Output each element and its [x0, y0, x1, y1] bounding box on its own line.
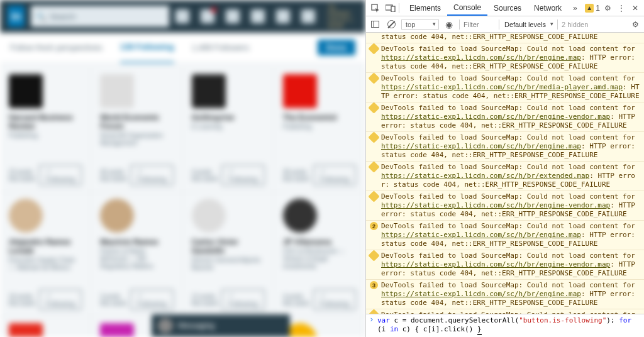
inspect-element-icon[interactable]: [369, 1, 382, 15]
console-input[interactable]: var c = document.querySelectorAll("butto…: [366, 314, 644, 337]
premium-text[interactable]: Try Premium Free for 1 Month: [328, 4, 358, 29]
live-expression-icon[interactable]: ◉: [443, 18, 455, 31]
close-devtools-icon[interactable]: ✕: [629, 4, 641, 13]
following-button[interactable]: ✓ Following: [221, 165, 264, 185]
device-toolbar-icon[interactable]: [384, 1, 397, 15]
svg-rect-2: [391, 6, 395, 12]
more-tabs-icon[interactable]: »: [569, 4, 581, 13]
avatar: [100, 74, 134, 108]
search-input[interactable]: 🔍 Search: [31, 6, 169, 27]
following-button[interactable]: ✓ Following: [130, 289, 173, 310]
linkedin-logo-icon[interactable]: in: [8, 6, 25, 27]
follow-card[interactable]: World Economic ForumNonprofit Organizati…: [91, 68, 182, 192]
messaging-label: Messaging: [178, 321, 214, 330]
follow-card[interactable]: JP VillanuevaCEO at Monteverdi — Venture…: [274, 192, 365, 317]
filter-input[interactable]: [464, 21, 495, 28]
sourcemap-url-link[interactable]: https://static-exp1.licdn.com/sc/h/br/en…: [381, 142, 581, 150]
done-button[interactable]: Done: [318, 40, 356, 55]
messaging-icon[interactable]: [251, 9, 265, 23]
search-placeholder: Search: [50, 12, 75, 21]
context-selector[interactable]: top: [401, 19, 439, 30]
network-icon[interactable]: [201, 9, 214, 23]
sourcemap-url-link[interactable]: https://static-exp1.licdn.com/sc/h/br/en…: [381, 231, 581, 239]
settings-gear-icon[interactable]: ⚙: [601, 4, 614, 13]
avatar: [283, 74, 317, 108]
console-warning-message: DevTools failed to load SourceMap: Could…: [366, 102, 644, 132]
home-icon[interactable]: [175, 9, 189, 23]
console-warning-message: DevTools failed to load SourceMap: Could…: [366, 162, 644, 191]
devtools-panel: ElementsConsoleSourcesNetwork » ▲ 1 ⚙ ⋮ …: [365, 0, 644, 337]
follow-card[interactable]: The EconomistPublishing36 posts this wee…: [274, 68, 365, 192]
sidebar-toggle-icon[interactable]: [369, 18, 381, 31]
devtools-tab-network[interactable]: Network: [528, 0, 568, 16]
log-levels-selector[interactable]: Default levels: [503, 21, 553, 28]
warning-triangle-icon: ▲: [585, 4, 594, 13]
devtools-tabbar: ElementsConsoleSourcesNetwork » ▲ 1 ⚙ ⋮ …: [366, 0, 644, 16]
avatar: [192, 199, 226, 233]
warning-badge[interactable]: ▲ 1: [585, 4, 600, 13]
sourcemap-url-link[interactable]: https://static-exp1.licdn.com/sc/h/br/en…: [381, 201, 610, 209]
console-warning-message: DevTools failed to load SourceMap: Could…: [366, 43, 644, 73]
follow-card[interactable]: GoStrayriseE-Learning4 posts this week✓ …: [183, 68, 274, 192]
warning-icon: [368, 250, 379, 261]
warning-icon: [368, 191, 379, 202]
hidden-count[interactable]: 2 hidden: [562, 21, 588, 28]
avatar: [283, 199, 317, 233]
avatar: [100, 323, 134, 337]
tab-perspectives[interactable]: Follow fresh perspectives: [10, 33, 103, 63]
follow-card[interactable]: TED: [0, 317, 91, 337]
avatar: [192, 74, 226, 108]
avatar: [9, 74, 43, 108]
jobs-icon[interactable]: [226, 9, 240, 23]
follow-card[interactable]: Mauricio RamosPartner at Baker McKenzie …: [91, 192, 182, 317]
me-icon[interactable]: [301, 9, 315, 23]
devtools-tab-elements[interactable]: Elements: [403, 0, 447, 16]
sourcemap-url-link[interactable]: https://static-exp1.licdn.com/sc/h/br/en…: [381, 260, 610, 268]
devtools-tab-sources[interactable]: Sources: [487, 0, 528, 16]
following-button[interactable]: ✓ Following: [39, 289, 82, 310]
svg-rect-3: [371, 21, 379, 28]
console-warning-message: DevTools failed to load SourceMap: Could…: [366, 250, 644, 280]
avatar: [158, 318, 173, 333]
follow-card[interactable]: Carlos Victor GandolfoDirector General A…: [183, 192, 274, 317]
devtools-tab-console[interactable]: Console: [447, 0, 487, 16]
sourcemap-url-link[interactable]: https://static-exp1.licdn.com/sc/h/br/me…: [381, 83, 623, 91]
warning-icon: 2: [370, 222, 378, 230]
tab-following[interactable]: 139 Following: [120, 33, 174, 63]
sourcemap-url-link[interactable]: https://static-exp1.licdn.com/sc/h/br/en…: [381, 53, 581, 62]
console-warning-message: DevTools failed to load SourceMap: Could…: [366, 309, 644, 314]
clear-console-icon[interactable]: [385, 18, 397, 31]
warning-count: 1: [596, 4, 600, 13]
linkedin-page-blurred: in 🔍 Search Try Premium Free for 1 Month…: [0, 0, 365, 337]
kebab-menu-icon[interactable]: ⋮: [615, 4, 628, 13]
sourcemap-url-link[interactable]: https://static-exp1.licdn.com/sc/h/br/en…: [381, 290, 581, 298]
following-button[interactable]: ✓ Following: [130, 165, 173, 185]
following-button[interactable]: ✓ Following: [39, 165, 82, 185]
search-icon: 🔍: [36, 12, 46, 21]
warning-icon: [368, 131, 379, 143]
follow-card[interactable]: Alejandro Ramos LoradeExecutive Supply C…: [0, 192, 91, 317]
warning-icon: [368, 72, 379, 84]
sourcemap-url-link[interactable]: https://static-exp1.licdn.com/sc/h/br/en…: [381, 113, 610, 121]
console-warning-message: 3DevTools failed to load SourceMap: Coul…: [366, 280, 644, 309]
console-warning-message: 2DevTools failed to load SourceMap: Coul…: [366, 221, 644, 250]
tab-followers[interactable]: 1,489 Followers: [192, 33, 250, 63]
avatar: [9, 323, 43, 337]
warning-icon: [368, 161, 379, 172]
following-button[interactable]: ✓ Following: [221, 289, 264, 310]
messaging-bar[interactable]: Messaging: [152, 314, 290, 337]
warning-icon: [368, 309, 379, 314]
console-toolbar: top ◉ Default levels 2 hidden ⚙: [366, 16, 644, 33]
console-warning-message: DevTools failed to load SourceMap: Could…: [366, 73, 644, 102]
follow-tabbar: Follow fresh perspectives 139 Following …: [0, 33, 365, 63]
avatar: [9, 199, 43, 233]
avatar: [100, 199, 134, 233]
following-button[interactable]: ✓ Following: [313, 165, 356, 185]
notifications-icon[interactable]: [276, 9, 290, 23]
follow-card[interactable]: Harvard Business ReviewPublishing23 post…: [0, 68, 91, 192]
sourcemap-url-link[interactable]: https://static-exp1.licdn.com/sc/h/br/ex…: [381, 172, 589, 180]
warning-icon: 3: [370, 281, 378, 289]
console-log[interactable]: status code 404, net::ERR_HTTP_RESPONSE_…: [366, 33, 644, 314]
console-settings-icon[interactable]: ⚙: [629, 18, 641, 31]
following-button[interactable]: ✓ Following: [313, 289, 356, 310]
